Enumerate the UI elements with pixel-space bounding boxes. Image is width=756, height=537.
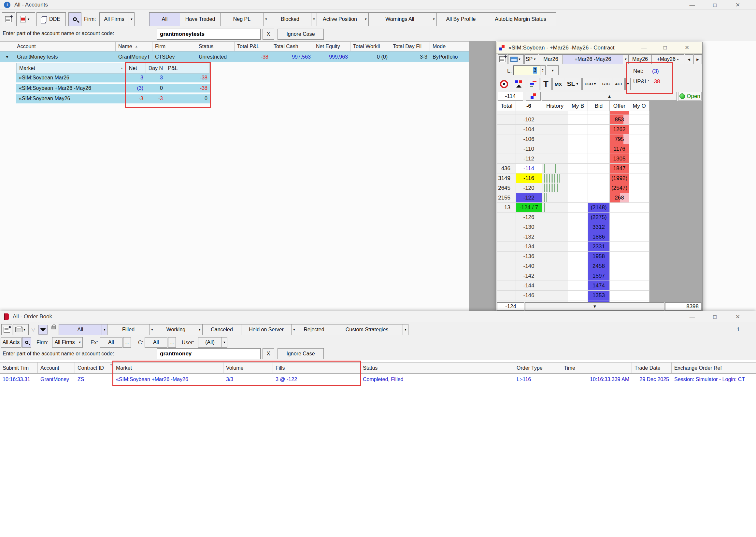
cell-my-offer[interactable] (629, 111, 649, 114)
ladder-properties-button[interactable] (498, 54, 508, 64)
col-total-day-fil[interactable]: Total Day Fil (390, 42, 430, 51)
cell-my-bid[interactable] (568, 134, 588, 144)
cell-price[interactable]: -134 (516, 242, 542, 251)
cell-bid[interactable] (588, 193, 610, 202)
cell-my-bid[interactable] (568, 291, 588, 300)
col-account[interactable]: Account (38, 362, 75, 373)
cell-my-bid[interactable] (568, 144, 588, 154)
cell-bid[interactable] (588, 164, 610, 173)
orderbook-maximize-button[interactable]: □ (705, 313, 725, 321)
cell-bid[interactable]: 1597 (588, 271, 610, 280)
cell-offer[interactable]: 1847 (610, 164, 629, 173)
dde-copy-button[interactable]: DDE (36, 12, 66, 26)
cell-my-bid[interactable] (568, 213, 588, 222)
accounts-filter-warnings-all[interactable]: Warnings All▼ (368, 12, 437, 26)
cell-my-bid[interactable] (568, 242, 588, 251)
cancel-all-button[interactable]: ✕ (498, 78, 510, 90)
orderbook-minimize-button[interactable]: — (683, 313, 702, 321)
ladder-row[interactable]: -1041262 (497, 125, 649, 134)
cell-my-offer[interactable] (629, 291, 649, 300)
cell-price[interactable]: -106 (516, 134, 542, 144)
orderbook-filter-custom-strategies[interactable]: Custom Strategies▼ (331, 324, 409, 335)
ladder-row[interactable]: 13-124 / 7(2148) (497, 203, 649, 213)
cell-offer[interactable]: 1176 (610, 144, 629, 154)
ladder-close-button[interactable]: ✕ (680, 44, 694, 52)
cell-my-offer[interactable] (629, 261, 649, 271)
cell-bid[interactable]: 2458 (588, 261, 610, 271)
ladder-tab-mar26-may26[interactable]: +Mar26 -May26 (562, 54, 623, 64)
close-button[interactable]: ✕ (728, 1, 747, 9)
col-contract-id[interactable]: Contract ID▼ (75, 362, 113, 373)
pos-col-net[interactable]: Net (126, 63, 146, 73)
cell-my-bid[interactable] (568, 164, 588, 173)
ladder-row[interactable]: -106795 (497, 134, 649, 144)
col-total[interactable]: Total (497, 101, 516, 111)
ob-firm-dropdown[interactable]: All Firms▼ (52, 337, 83, 348)
cell-offer[interactable]: 1305 (610, 154, 629, 163)
spinner-down-icon[interactable]: ▼ (542, 70, 544, 72)
cell-offer[interactable] (610, 252, 629, 261)
orderbook-filter-working[interactable]: Working▼ (155, 324, 202, 335)
col-fills[interactable]: Fills (273, 362, 360, 373)
col-net-equity[interactable]: Net Equity (313, 42, 350, 51)
spinner-up-icon[interactable]: ▲ (542, 68, 544, 70)
col-exchange-order-ref[interactable]: Exchange Order Ref (672, 362, 756, 373)
cell-offer[interactable] (610, 111, 629, 114)
col-my-offer[interactable]: My O (629, 101, 649, 111)
ladder-row[interactable]: -1101176 (497, 144, 649, 154)
ob-search-button[interactable] (22, 337, 31, 348)
chevron-down-icon[interactable]: ▼ (431, 13, 436, 26)
cell-my-offer[interactable] (629, 242, 649, 251)
cell-my-bid[interactable] (568, 203, 588, 212)
trailer-button[interactable]: T (540, 78, 552, 90)
cell-bid[interactable]: 1886 (588, 232, 610, 241)
ladder-row[interactable]: -1421597 (497, 271, 649, 281)
col-trade-date[interactable]: Trade Date (632, 362, 672, 373)
chart-button[interactable]: ▼ (508, 54, 524, 64)
account-search-input[interactable]: grantmoneytests (157, 29, 261, 40)
cell-my-offer[interactable] (629, 125, 649, 134)
exchange-dropdown[interactable]: All (100, 337, 122, 348)
cell-bid[interactable]: (2148) (588, 203, 610, 212)
cell-offer[interactable]: (2547) (610, 183, 629, 193)
col-bid[interactable]: Bid (588, 101, 610, 111)
ladder-row[interactable] (497, 111, 649, 115)
chevron-down-icon[interactable]: ▼ (403, 324, 408, 335)
scroll-up-button[interactable]: ▲ (542, 92, 677, 101)
col-mode[interactable]: Mode (430, 42, 469, 51)
col-account[interactable]: Account (14, 42, 115, 51)
cell-price[interactable]: -114 (516, 164, 542, 173)
col-order-type[interactable]: Order Type (514, 362, 561, 373)
cell-my-offer[interactable] (629, 164, 649, 173)
cell-offer[interactable]: 853 (610, 115, 629, 124)
col-total-p-l[interactable]: Total P&L (235, 42, 271, 51)
col-time[interactable]: Time (561, 362, 632, 373)
cell-my-bid[interactable] (568, 115, 588, 124)
accounts-filter-have-traded[interactable]: Have Traded (180, 12, 220, 26)
accounts-table-row[interactable]: ▼GrantMoneyTestsGrantMoneyTCTSDevUnrestr… (0, 52, 469, 62)
cell-my-bid[interactable] (568, 271, 588, 280)
chevron-down-icon[interactable]: ▼ (517, 55, 522, 64)
col-firm[interactable]: Firm (153, 42, 196, 51)
cell-price[interactable]: -122 (516, 193, 542, 202)
accounts-filter-neg-pl[interactable]: Neg PL▼ (220, 12, 269, 26)
col-offer[interactable]: Offer (610, 101, 629, 111)
cell-price[interactable]: -104 (516, 125, 542, 134)
cell-offer[interactable] (610, 300, 629, 302)
chevron-down-icon[interactable]: ▼ (22, 324, 26, 335)
orderbook-close-button[interactable]: ✕ (728, 313, 747, 321)
position-balance-button[interactable] (513, 78, 525, 90)
oco-button[interactable]: OCO▼ (582, 78, 599, 90)
cell-price[interactable]: -140 (516, 261, 542, 271)
position-row[interactable]: «SIM:Soybean May26-3-30 (16, 94, 210, 104)
ob-search-input[interactable]: grantmoney (157, 348, 261, 359)
cell-price[interactable]: -146 (516, 291, 542, 300)
cell-price[interactable] (516, 111, 542, 114)
ladder-row[interactable]: 2155-122268 (497, 193, 649, 203)
chevron-down-icon[interactable]: ▼ (149, 324, 155, 335)
col-name[interactable]: Name▲ (115, 42, 153, 51)
cell-price[interactable]: -110 (516, 144, 542, 154)
ob-filter-off-button[interactable] (30, 325, 38, 334)
cell-my-offer[interactable] (629, 183, 649, 193)
pos-col-p-l[interactable]: P&L (165, 63, 210, 73)
